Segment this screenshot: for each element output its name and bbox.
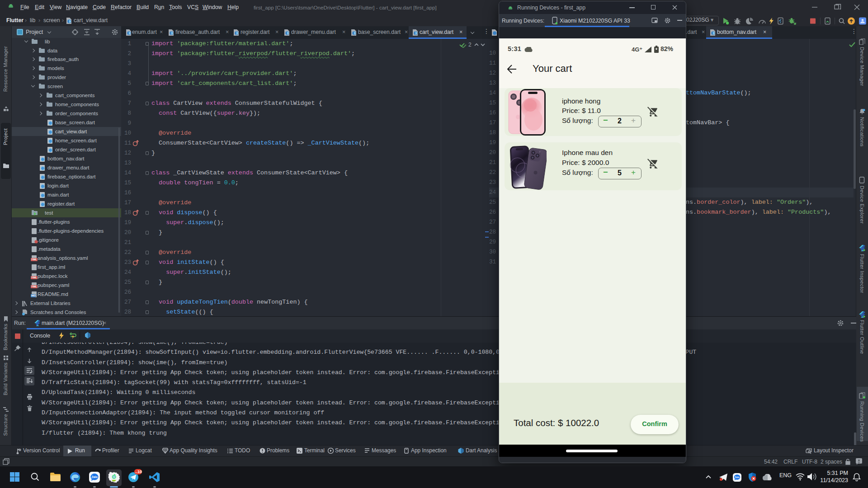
svg-text:Zalo: Zalo: [735, 476, 740, 479]
svg-text:2: 2: [468, 42, 472, 48]
svg-text:Zalo: Zalo: [91, 475, 97, 479]
